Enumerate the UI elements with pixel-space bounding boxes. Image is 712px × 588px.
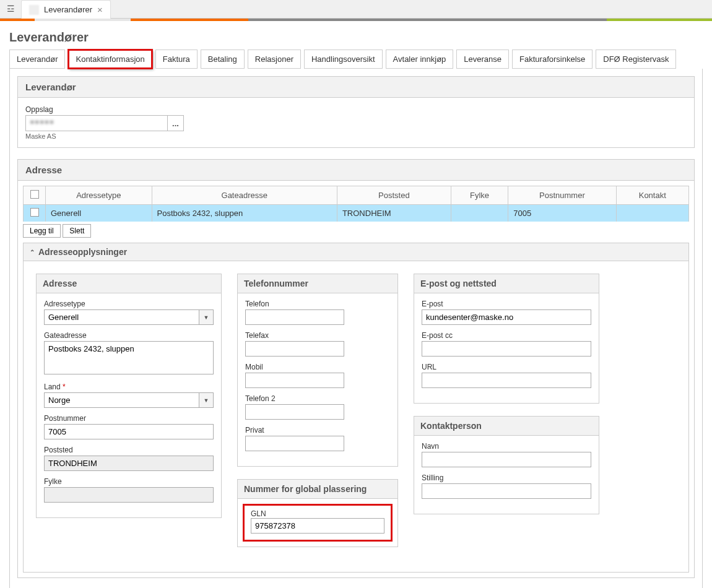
tab-leverandor[interactable]: Leverandør (9, 50, 65, 69)
app-tab-label: Leverandører (44, 5, 92, 14)
app-menu-icon[interactable]: ☲ (0, 0, 21, 18)
poststed-input[interactable] (44, 456, 214, 471)
privat-input[interactable] (245, 436, 344, 451)
land-select[interactable]: ▼ (44, 392, 214, 408)
adressetype-select[interactable]: ▼ (44, 309, 214, 325)
stilling-label: Stilling (422, 473, 591, 482)
telefon-input[interactable] (245, 309, 344, 325)
tab-registervask[interactable]: DFØ Registervask (596, 50, 676, 69)
gln-label: GLN (251, 509, 384, 518)
fylke-input[interactable] (44, 487, 214, 503)
lookup-input[interactable]: ●●●●● (25, 115, 168, 131)
page-title: Leverandører (9, 30, 703, 45)
address-panel: Adresse Adressetype Gateadresse Poststed… (17, 159, 695, 578)
address-box: Adresse Adressetype ▼ Gateadresse (36, 274, 222, 518)
postnummer-label: Postnummer (44, 414, 214, 423)
lookup-label: Oppslag (25, 105, 687, 114)
select-all-checkbox[interactable] (30, 190, 39, 199)
tab-leveranse[interactable]: Leveranse (456, 50, 509, 69)
tab-betaling[interactable]: Betaling (201, 50, 245, 69)
epost-label: E-post (422, 300, 591, 308)
app-tab-suppliers[interactable]: Leverandører × (21, 0, 111, 19)
add-button[interactable]: Legg til (23, 224, 61, 238)
stilling-input[interactable] (422, 483, 591, 499)
tab-icon (29, 5, 39, 15)
telefon2-label: Telefon 2 (245, 394, 390, 403)
tab-avtaler[interactable]: Avtaler innkjøp (386, 50, 454, 69)
chevron-up-icon: ⌃ (30, 249, 35, 256)
close-icon[interactable]: × (97, 4, 103, 15)
contact-box: Kontaktperson Navn Stilling (414, 416, 599, 514)
land-label: Land (44, 383, 214, 391)
email-box-title: E-post og nettsted (414, 274, 599, 293)
tab-relasjoner[interactable]: Relasjoner (248, 50, 301, 69)
fylke-label: Fylke (44, 477, 214, 486)
url-label: URL (422, 363, 591, 371)
col-postnummer: Postnummer (508, 186, 616, 205)
epostcc-label: E-post cc (422, 331, 591, 340)
chevron-down-icon: ▼ (199, 392, 214, 408)
gateadresse-input[interactable]: Postboks 2432, sluppen (44, 341, 214, 374)
row-checkbox[interactable] (30, 208, 39, 217)
address-table: Adressetype Gateadresse Poststed Fylke P… (23, 186, 689, 222)
poststed-label: Poststed (44, 446, 214, 454)
delete-button[interactable]: Slett (63, 224, 91, 238)
details-header[interactable]: ⌃ Adresseopplysninger (24, 243, 688, 261)
tab-kontaktinformasjon[interactable]: Kontaktinformasjon (68, 50, 152, 69)
phone-box: Telefonnummer Telefon Telefax Mobil Tele… (237, 274, 398, 467)
epostcc-input[interactable] (422, 341, 591, 357)
epost-input[interactable] (422, 309, 591, 325)
telefon-label: Telefon (245, 300, 390, 308)
tab-fakturaforsinkelse[interactable]: Fakturaforsinkelse (512, 50, 593, 69)
lookup-button[interactable]: ... (168, 115, 184, 131)
col-poststed: Poststed (337, 186, 451, 205)
url-input[interactable] (422, 373, 591, 388)
adressetype-label: Adressetype (44, 300, 214, 308)
tab-row: Leverandør Kontaktinformasjon Faktura Be… (9, 50, 703, 69)
contact-box-title: Kontaktperson (414, 417, 599, 436)
table-row[interactable]: Generell Postboks 2432, sluppen TRONDHEI… (24, 205, 689, 222)
chevron-down-icon: ▼ (199, 309, 214, 325)
gateadresse-label: Gateadresse (44, 331, 214, 340)
postnummer-input[interactable] (44, 424, 214, 439)
col-gateadresse: Gateadresse (152, 186, 337, 205)
address-box-title: Adresse (37, 274, 221, 293)
phone-box-title: Telefonnummer (238, 274, 397, 293)
mobil-label: Mobil (245, 363, 390, 371)
supplier-panel-title: Leverandør (18, 77, 694, 98)
col-fylke: Fylke (451, 186, 508, 205)
gln-box-title: Nummer for global plassering (238, 480, 397, 499)
supplier-panel: Leverandør Oppslag ●●●●● ... Maske AS (17, 76, 695, 148)
telefon2-input[interactable] (245, 404, 344, 420)
col-kontakt: Kontakt (616, 186, 688, 205)
telefax-input[interactable] (245, 341, 344, 357)
tab-faktura[interactable]: Faktura (155, 50, 198, 69)
email-box: E-post og nettsted E-post E-post cc URL (414, 274, 599, 404)
mobil-input[interactable] (245, 373, 344, 388)
tab-handlingsoversikt[interactable]: Handlingsoversikt (304, 50, 383, 69)
lookup-caption: Maske AS (25, 132, 687, 140)
navn-input[interactable] (422, 452, 591, 467)
gln-box: Nummer for global plassering GLN (237, 479, 398, 547)
col-adressetype: Adressetype (46, 186, 152, 205)
telefax-label: Telefax (245, 331, 390, 340)
privat-label: Privat (245, 426, 390, 435)
address-panel-title: Adresse (18, 160, 694, 181)
gln-input[interactable] (251, 518, 384, 534)
navn-label: Navn (422, 442, 591, 451)
